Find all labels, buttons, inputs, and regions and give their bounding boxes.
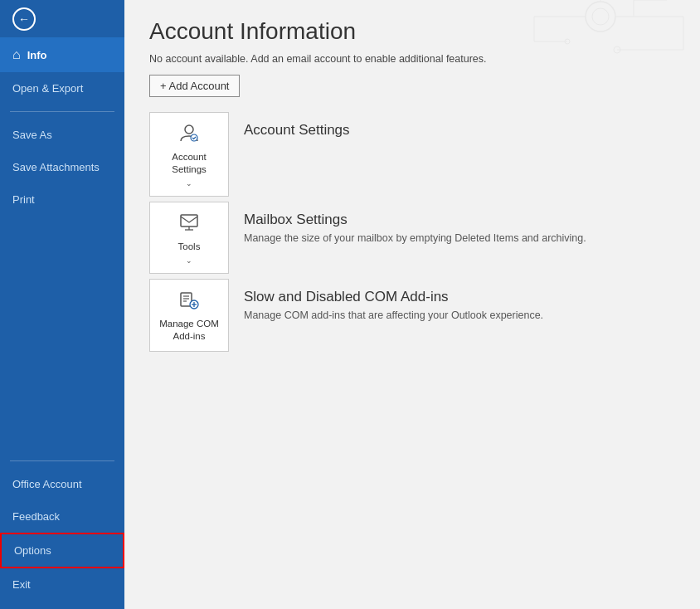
back-icon: ← bbox=[12, 7, 36, 31]
sidebar: ← ⌂ Info Open & Export Save As Save Atta… bbox=[0, 0, 124, 609]
main-content: Account Information No account available… bbox=[124, 0, 700, 609]
account-settings-row: AccountSettings ⌄ Account Settings bbox=[149, 112, 675, 197]
sidebar-item-save-as[interactable]: Save As bbox=[0, 119, 124, 151]
account-settings-title: Account Settings bbox=[244, 122, 660, 139]
com-addins-label: Manage COMAdd-ins bbox=[159, 318, 219, 343]
account-settings-icon bbox=[177, 121, 201, 148]
sidebar-item-print[interactable]: Print bbox=[0, 183, 124, 216]
svg-point-13 bbox=[185, 125, 193, 134]
mailbox-settings-card[interactable]: Tools ⌄ bbox=[149, 202, 229, 274]
com-addins-title: Slow and Disabled COM Add-ins bbox=[244, 289, 660, 305]
account-settings-info: Account Settings bbox=[229, 112, 675, 197]
sidebar-separator-1 bbox=[10, 111, 114, 112]
mailbox-settings-desc: Manage the size of your mailbox by empty… bbox=[244, 232, 660, 244]
sidebar-item-open-export[interactable]: Open & Export bbox=[0, 72, 124, 105]
sidebar-item-exit[interactable]: Exit bbox=[0, 568, 124, 601]
mailbox-settings-info: Mailbox Settings Manage the size of your… bbox=[229, 202, 675, 274]
tools-label: Tools bbox=[178, 241, 201, 253]
sidebar-item-save-attachments[interactable]: Save Attachments bbox=[0, 151, 124, 183]
mailbox-settings-row: Tools ⌄ Mailbox Settings Manage the size… bbox=[149, 202, 675, 274]
sidebar-separator-2 bbox=[10, 460, 114, 461]
sidebar-item-feedback[interactable]: Feedback bbox=[0, 500, 124, 533]
account-settings-arrow: ⌄ bbox=[186, 179, 192, 188]
content-area: AccountSettings ⌄ Account Settings Tools bbox=[124, 112, 700, 355]
svg-point-14 bbox=[191, 134, 197, 141]
back-button[interactable]: ← bbox=[0, 0, 124, 37]
sidebar-bottom: Office Account Feedback Options Exit bbox=[0, 454, 124, 609]
com-addins-row: Manage COMAdd-ins Slow and Disabled COM … bbox=[149, 279, 675, 352]
tools-icon bbox=[177, 211, 201, 237]
sidebar-nav: ⌂ Info Open & Export Save As Save Attach… bbox=[0, 37, 124, 454]
sidebar-item-info[interactable]: ⌂ Info bbox=[0, 37, 124, 72]
com-addins-info: Slow and Disabled COM Add-ins Manage COM… bbox=[229, 279, 675, 352]
account-settings-card[interactable]: AccountSettings ⌄ bbox=[149, 112, 229, 197]
svg-rect-15 bbox=[181, 215, 197, 227]
tools-arrow: ⌄ bbox=[186, 256, 192, 265]
add-account-button[interactable]: + Add Account bbox=[149, 75, 240, 97]
com-addins-card[interactable]: Manage COMAdd-ins bbox=[149, 279, 229, 352]
account-settings-label: AccountSettings bbox=[172, 151, 207, 176]
manage-com-addins-icon bbox=[177, 288, 201, 314]
com-addins-desc: Manage COM add-ins that are affecting yo… bbox=[244, 309, 660, 321]
page-title: Account Information bbox=[124, 0, 700, 53]
mailbox-settings-title: Mailbox Settings bbox=[244, 212, 660, 228]
home-icon: ⌂ bbox=[12, 47, 21, 62]
sidebar-item-office-account[interactable]: Office Account bbox=[0, 468, 124, 500]
sidebar-item-options[interactable]: Options bbox=[0, 533, 124, 568]
